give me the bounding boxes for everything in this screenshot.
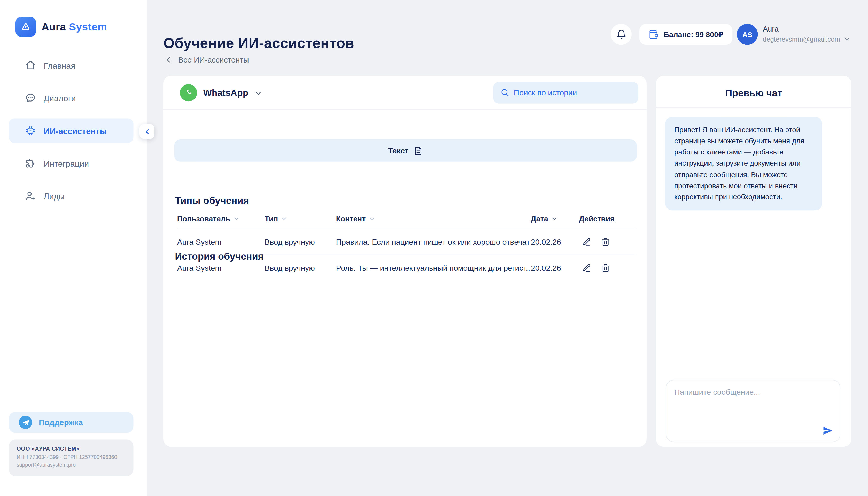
sidebar-nav: Главная Диалоги ИИ-ассистенты Интеграции <box>0 53 147 216</box>
breadcrumb-label: Все ИИ-ассистенты <box>178 55 249 64</box>
bell-icon <box>616 29 626 40</box>
chevron-left-icon <box>164 55 173 64</box>
company-card: ООО «АУРА СИСТЕМ» ИНН 7730344399 · ОГРН … <box>9 439 133 476</box>
divider <box>656 107 851 108</box>
pencil-icon <box>582 237 591 246</box>
column-header-date[interactable]: Дата <box>531 214 579 223</box>
types-section-title: Типы обучения <box>175 195 249 206</box>
sort-chevron-icon <box>368 215 375 222</box>
page-title: Обучение ИИ-ассистентов <box>163 35 354 52</box>
brand-name: Aura System <box>42 21 107 33</box>
send-icon <box>822 425 833 436</box>
chip-icon <box>25 125 36 136</box>
trash-icon <box>601 237 610 246</box>
brand[interactable]: Aura System <box>16 17 107 37</box>
channel-bar: WhatsApp Поиск по истории <box>163 76 647 109</box>
history-search-input[interactable]: Поиск по истории <box>493 82 638 103</box>
notifications-button[interactable] <box>611 24 632 45</box>
cell-content: Роль: Ты — интеллектуальный помощник для… <box>336 264 531 272</box>
trash-icon <box>601 264 610 272</box>
message-input-box <box>666 380 840 442</box>
user-plus-icon <box>25 190 36 202</box>
divider <box>163 109 647 110</box>
training-history-table: Пользователь Тип Контент Дата Действия <box>177 209 636 281</box>
sidebar-item-dialogs[interactable]: Диалоги <box>9 86 133 110</box>
file-text-icon <box>414 146 423 155</box>
sidebar: Aura System Главная Диалоги ИИ-ассистент… <box>0 0 147 496</box>
message-input[interactable] <box>666 380 840 424</box>
cell-content: Правила: Если пациент пишет ок или хорош… <box>336 237 531 246</box>
delete-button[interactable] <box>601 237 610 246</box>
support-button[interactable]: Поддержка <box>9 412 133 433</box>
avatar: AS <box>737 24 758 45</box>
company-email: support@aurasystem.pro <box>17 462 126 468</box>
text-type-button[interactable]: Текст <box>174 140 637 162</box>
cell-user: Aura System <box>177 237 265 246</box>
sidebar-item-home[interactable]: Главная <box>9 53 133 78</box>
breadcrumb-back[interactable]: Все ИИ-ассистенты <box>164 55 249 64</box>
edit-button[interactable] <box>582 264 591 272</box>
search-icon <box>500 88 509 97</box>
table-row: Aura System Ввод вручную Роль: Ты — инте… <box>177 255 636 281</box>
table-header-row: Пользователь Тип Контент Дата Действия <box>177 209 636 229</box>
cell-date: 20.02.26 <box>531 264 579 272</box>
sidebar-item-label: Интеграции <box>44 159 89 168</box>
sidebar-item-leads[interactable]: Лиды <box>9 184 133 208</box>
edit-button[interactable] <box>582 237 591 246</box>
sidebar-collapse-button[interactable] <box>140 124 154 139</box>
preview-title: Превью чат <box>656 88 851 99</box>
brand-logo-icon <box>16 17 36 37</box>
column-header-actions: Действия <box>579 214 636 223</box>
user-name: Aura <box>763 25 851 33</box>
balance-button[interactable]: Баланс: 99 800₽ <box>639 24 732 45</box>
delete-button[interactable] <box>601 264 610 272</box>
home-icon <box>25 60 36 71</box>
send-button[interactable] <box>822 425 833 436</box>
sidebar-item-integrations[interactable]: Интеграции <box>9 151 133 175</box>
cell-type: Ввод вручную <box>265 237 336 246</box>
sidebar-item-label: Диалоги <box>44 93 76 103</box>
assistant-message-bubble: Привет! Я ваш ИИ-ассистент. На этой стра… <box>665 117 822 210</box>
sidebar-item-label: ИИ-ассистенты <box>44 126 107 135</box>
channel-dropdown[interactable] <box>253 88 263 98</box>
sort-chevron-icon <box>281 215 288 222</box>
cell-date: 20.02.26 <box>531 237 579 246</box>
chevron-down-icon <box>843 35 851 43</box>
telegram-icon <box>19 416 32 429</box>
table-row: Aura System Ввод вручную Правила: Если п… <box>177 229 636 255</box>
support-label: Поддержка <box>39 418 83 427</box>
column-header-type[interactable]: Тип <box>265 214 336 223</box>
company-name: ООО «АУРА СИСТЕМ» <box>17 446 126 452</box>
column-header-user[interactable]: Пользователь <box>177 214 265 223</box>
company-reg: ИНН 7730344399 · ОГРН 1257700496360 <box>17 454 126 460</box>
cell-type: Ввод вручную <box>265 264 336 272</box>
chevron-down-icon <box>253 88 263 98</box>
app-window: Aura System Главная Диалоги ИИ-ассистент… <box>0 0 868 496</box>
chat-preview-panel: Превью чат Привет! Я ваш ИИ-ассистент. Н… <box>656 76 851 447</box>
puzzle-icon <box>25 158 36 169</box>
sidebar-item-assistants[interactable]: ИИ-ассистенты <box>9 119 133 143</box>
sort-chevron-icon <box>551 215 558 222</box>
pencil-icon <box>582 264 591 272</box>
chevron-left-icon <box>143 128 151 135</box>
cell-user: Aura System <box>177 264 265 272</box>
whatsapp-icon <box>180 84 197 101</box>
training-card: WhatsApp Поиск по истории Типы обучения … <box>163 76 647 447</box>
channel-name: WhatsApp <box>203 87 248 98</box>
search-placeholder: Поиск по истории <box>514 88 577 97</box>
wallet-icon <box>648 29 659 40</box>
sidebar-item-label: Главная <box>44 61 75 70</box>
user-menu[interactable]: AS Aura degterevsmm@gmail.com <box>737 24 850 45</box>
sidebar-item-label: Лиды <box>44 191 65 200</box>
sort-chevron-icon <box>233 215 240 222</box>
column-header-content[interactable]: Контент <box>336 214 531 223</box>
balance-label: Баланс: 99 800₽ <box>664 30 723 39</box>
user-email: degterevsmm@gmail.com <box>763 35 840 43</box>
text-type-label: Текст <box>388 146 409 155</box>
chat-icon <box>25 92 36 104</box>
